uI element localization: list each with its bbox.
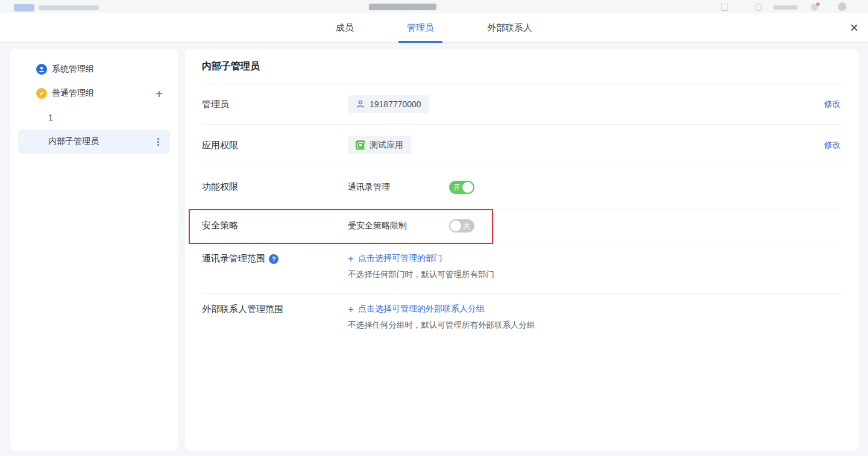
admin-member-chip[interactable]: 19187770000: [348, 95, 429, 113]
plus-icon: +: [348, 304, 354, 314]
toggle-off-label: 关: [463, 220, 470, 231]
contacts-management-toggle[interactable]: 开: [449, 181, 474, 194]
modify-admin-link[interactable]: 修改: [824, 99, 841, 110]
tab-external-contacts[interactable]: 外部联系人: [461, 13, 559, 42]
sidebar-item-label: 1: [48, 113, 53, 122]
sidebar-item-system-admin-group[interactable]: 系统管理组: [18, 57, 170, 81]
plus-icon: +: [348, 254, 354, 264]
admin-phone: 19187770000: [370, 99, 421, 109]
sidebar-item-label: 系统管理组: [52, 64, 94, 75]
sidebar-item-1[interactable]: 1: [18, 105, 170, 130]
background-notification-dot: [816, 2, 820, 6]
app-icon: [356, 140, 365, 150]
row-label: 功能权限: [202, 181, 348, 193]
row-label: 应用权限: [202, 140, 348, 151]
security-policy-text: 受安全策略限制: [348, 220, 407, 231]
background-page-header: [0, 0, 868, 13]
close-icon[interactable]: ×: [850, 20, 858, 35]
modal-body: 系统管理组 普通管理组 + 1 内部子管理员: [0, 43, 868, 456]
sidebar-item-normal-admin-group[interactable]: 普通管理组 +: [18, 81, 170, 105]
select-external-groups-link[interactable]: + 点击选择可管理的外部联系人分组: [348, 304, 535, 314]
row-label: 外部联系人管理范围: [202, 304, 348, 315]
row-label: 安全策略: [202, 220, 348, 231]
feature-permission-row: 功能权限 通讯录管理 开: [202, 166, 841, 208]
row-label: 管理员: [202, 99, 348, 110]
modify-app-link[interactable]: 修改: [824, 140, 841, 151]
screen: 成员 管理员 外部联系人 × 系统管理组 普通管理组: [0, 0, 868, 456]
security-policy-toggle[interactable]: 关: [449, 219, 474, 233]
tabs: 成员 管理员 外部联系人: [309, 13, 559, 42]
page-title: 内部子管理员: [202, 49, 841, 84]
admin-groups-sidebar: 系统管理组 普通管理组 + 1 内部子管理员: [10, 49, 178, 451]
departments-hint: 不选择任何部门时，默认可管理所有部门: [348, 269, 494, 280]
app-name: 测试应用: [370, 140, 403, 151]
security-policy-row: 安全策略 受安全策略限制 关: [202, 208, 841, 243]
pencil-icon: [36, 88, 47, 99]
toggle-knob: [450, 220, 461, 231]
app-permission-row: 应用权限 测试应用 修改: [202, 125, 841, 166]
toggle-knob: [462, 182, 473, 193]
background-grid-icon: [721, 4, 728, 11]
sidebar-item-label: 内部子管理员: [48, 136, 99, 147]
sidebar-item-internal-sub-admin[interactable]: 内部子管理员: [18, 130, 170, 154]
more-options-icon[interactable]: [157, 138, 170, 146]
user-icon: [36, 64, 47, 75]
admin-settings-modal: 成员 管理员 外部联系人 × 系统管理组 普通管理组: [0, 13, 868, 456]
tab-members[interactable]: 成员: [309, 13, 380, 42]
background-title-text: [39, 5, 99, 10]
feature-name: 通讯录管理: [348, 182, 390, 193]
sidebar-item-label: 普通管理组: [52, 88, 94, 99]
select-departments-link[interactable]: + 点击选择可管理的部门: [348, 253, 494, 264]
background-search-icon: [755, 4, 762, 11]
add-group-icon[interactable]: +: [156, 87, 170, 100]
tab-admins[interactable]: 管理员: [380, 13, 461, 42]
background-logo: [14, 4, 34, 11]
background-center-text: [369, 4, 436, 10]
contacts-scope-row: 通讯录管理范围 ? + 点击选择可管理的部门 不选择任何部门时，默认可管理所有部…: [202, 243, 841, 294]
external-contacts-scope-row: 外部联系人管理范围 + 点击选择可管理的外部联系人分组 不选择任何分组时，默认可…: [202, 294, 841, 348]
modal-tab-bar: 成员 管理员 外部联系人 ×: [0, 13, 868, 43]
admin-detail-panel: 内部子管理员 管理员 19187770000 修改 应用权限 测试应用: [185, 49, 859, 451]
user-outline-icon: [356, 99, 365, 109]
help-icon[interactable]: ?: [269, 254, 278, 264]
external-groups-hint: 不选择任何分组时，默认可管理所有外部联系人分组: [348, 320, 535, 331]
toggle-on-label: 开: [453, 182, 461, 192]
background-text: [773, 5, 797, 10]
app-chip[interactable]: 测试应用: [348, 136, 411, 154]
row-label: 通讯录管理范围 ?: [202, 253, 348, 264]
admin-row: 管理员 19187770000 修改: [202, 84, 841, 125]
background-avatar: [838, 2, 846, 11]
